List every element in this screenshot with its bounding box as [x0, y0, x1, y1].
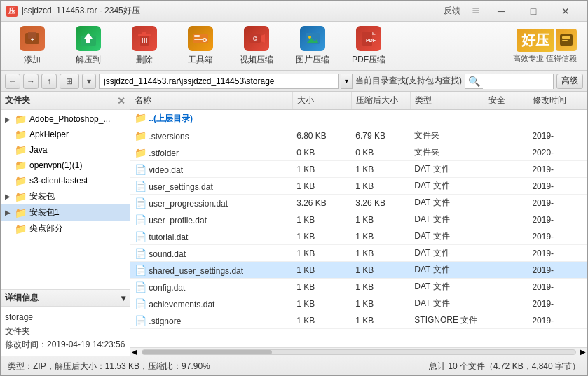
advanced-button[interactable]: 高级	[556, 74, 583, 89]
tree-item-label: 安装包1	[29, 207, 60, 218]
tree-item-apkhelper[interactable]: 📁 ApkHelper	[1, 127, 130, 142]
scroll-right-btn[interactable]: ▶	[579, 348, 587, 356]
scroll-container[interactable]: 名称 大小 压缩后大小 类型 安全 修改时间 📁 ..(上层目录) 📁	[130, 92, 587, 347]
feedback-link[interactable]: 反馈	[444, 5, 460, 17]
table-row[interactable]: 📄 user_progression.dat 3.26 KB 3.26 KB D…	[130, 195, 587, 211]
svg-rect-13	[194, 35, 200, 37]
address-input[interactable]	[99, 74, 339, 89]
table-row[interactable]: 📄 sound.dat 1 KB 1 KB DAT 文件 2019-	[130, 245, 587, 262]
tree-item-adobe[interactable]: ▶ 📁 Adobe_Photoshop_...	[1, 111, 130, 127]
close-button[interactable]: ✕	[549, 1, 582, 22]
delete-button[interactable]: 删除	[120, 25, 169, 67]
col-header-size[interactable]: 大小	[292, 92, 351, 110]
detail-panel-toggle: ▾	[121, 293, 125, 303]
cell-date: 2019-	[528, 295, 587, 312]
extract-label: 解压到	[76, 54, 101, 66]
svg-text:PDF: PDF	[366, 38, 376, 43]
tree-item-openvpn[interactable]: 📁 openvpn(1)(1)	[1, 158, 130, 173]
cell-compressed: 1 KB	[351, 312, 410, 329]
cell-type: DAT 文件	[410, 262, 484, 279]
table-row[interactable]: 📄 .stignore 1 KB 1 KB STIGNORE 文件 2019-	[130, 312, 587, 329]
table-row[interactable]: 📁 .stfolder 0 KB 0 KB 文件夹 2020-	[130, 144, 587, 161]
cell-type: DAT 文件	[410, 245, 484, 262]
detail-panel: 详细信息 ▾ storage 文件夹 修改时间：2019-04-19 14:23…	[1, 289, 130, 356]
forward-button[interactable]: →	[23, 74, 39, 89]
table-row[interactable]: 📁 ..(上层目录)	[130, 110, 587, 127]
cell-compressed: 1 KB	[351, 178, 410, 195]
dropdown-button[interactable]: ▾	[82, 74, 96, 89]
cell-name: 📁 .stversions	[130, 127, 292, 144]
detail-content: storage 文件夹 修改时间：2019-04-19 14:23:56	[1, 307, 130, 356]
detail-type: 文件夹	[5, 325, 125, 338]
col-header-name[interactable]: 名称	[130, 92, 292, 110]
tools-button[interactable]: 工具箱	[176, 25, 225, 67]
cell-name: 📄 user_profile.dat	[130, 211, 292, 228]
cell-type: DAT 文件	[410, 228, 484, 245]
maximize-button[interactable]: □	[517, 1, 549, 22]
scroll-left-btn[interactable]: ◀	[130, 348, 139, 356]
tree-item-java[interactable]: 📁 Java	[1, 142, 130, 158]
table-row[interactable]: 📄 achievements.dat 1 KB 1 KB DAT 文件 2019…	[130, 295, 587, 312]
cell-compressed: 6.79 KB	[351, 127, 410, 144]
cell-date: 2020-	[528, 144, 587, 161]
cell-safety	[484, 144, 528, 161]
cell-compressed: 3.26 KB	[351, 195, 410, 211]
view-button[interactable]: ⊞	[60, 74, 79, 89]
table-row[interactable]: 📄 user_settings.dat 1 KB 1 KB DAT 文件 201…	[130, 178, 587, 195]
sidebar-close-button[interactable]: ✕	[117, 95, 125, 106]
video-compress-button[interactable]: 视频压缩	[232, 25, 281, 67]
cell-size: 1 KB	[292, 161, 351, 178]
cell-safety	[484, 127, 528, 144]
detail-panel-header[interactable]: 详细信息 ▾	[1, 290, 130, 307]
extract-button[interactable]: 解压到	[64, 25, 113, 67]
toolbar: + 添加 解压到 删除	[1, 22, 587, 71]
cell-name: 📄 .stignore	[130, 312, 292, 329]
detail-modify-time: 修改时间：2019-04-19 14:23:56	[5, 338, 125, 351]
back-button[interactable]: ←	[5, 74, 20, 89]
svg-point-16	[204, 39, 206, 41]
cell-name: 📄 video.dat	[130, 161, 292, 178]
image-compress-button[interactable]: 图片压缩	[288, 25, 337, 67]
cell-size: 1 KB	[292, 178, 351, 195]
tree-item-install[interactable]: ▶ 📁 安装包	[1, 188, 130, 204]
cell-size: 1 KB	[292, 211, 351, 228]
cell-safety	[484, 262, 528, 279]
image-compress-label: 图片压缩	[296, 54, 329, 66]
horizontal-scrollbar[interactable]: ◀ ▶	[130, 347, 587, 356]
table-row[interactable]: 📄 video.dat 1 KB 1 KB DAT 文件 2019-	[130, 161, 587, 178]
add-button[interactable]: + 添加	[8, 25, 57, 67]
file-table: 名称 大小 压缩后大小 类型 安全 修改时间 📁 ..(上层目录) 📁	[130, 92, 587, 329]
table-row[interactable]: 📄 config.dat 1 KB 1 KB DAT 文件 2019-	[130, 279, 587, 295]
cell-size	[292, 110, 351, 127]
app-icon: 压	[6, 6, 18, 17]
detail-panel-title: 详细信息	[5, 292, 39, 304]
cell-size: 1 KB	[292, 262, 351, 279]
status-bar: 类型：ZIP，解压后大小：11.53 KB，压缩比：97.90% 总计 10 个…	[1, 356, 587, 376]
table-row[interactable]: 📁 .stversions 6.80 KB 6.79 KB 文件夹 2019-	[130, 127, 587, 144]
cell-name: 📁 .stfolder	[130, 144, 292, 161]
folder-icon: 📁	[15, 113, 27, 125]
tree-item-jiandianbf[interactable]: 📁 尖点部分	[1, 221, 130, 237]
search-input[interactable]	[483, 74, 553, 89]
scroll-track[interactable]	[142, 349, 576, 355]
col-header-compressed[interactable]: 压缩后大小	[351, 92, 410, 110]
svg-rect-14	[194, 39, 204, 40]
table-row[interactable]: 📄 shared_user_settings.dat 1 KB 1 KB DAT…	[130, 262, 587, 279]
pdf-compress-button[interactable]: PDF PDF压缩	[344, 25, 393, 67]
sidebar-tree: ▶ 📁 Adobe_Photoshop_... 📁 ApkHelper 📁 Ja…	[1, 110, 130, 289]
minimize-button[interactable]: ─	[485, 1, 517, 22]
scroll-thumb[interactable]	[142, 350, 272, 354]
tree-item-install1[interactable]: ▶ 📁 安装包1	[1, 204, 130, 221]
col-header-type[interactable]: 类型	[410, 92, 484, 110]
cell-date: 2019-	[528, 127, 587, 144]
col-header-safety[interactable]: 安全	[484, 92, 528, 110]
table-row[interactable]: 📄 user_profile.dat 1 KB 1 KB DAT 文件 2019…	[130, 211, 587, 228]
svg-text:+: +	[31, 36, 34, 43]
cell-type	[410, 110, 484, 127]
address-dropdown-button[interactable]: ▾	[341, 74, 353, 89]
up-button[interactable]: ↑	[41, 74, 57, 89]
col-header-date[interactable]: 修改时间	[528, 92, 587, 110]
menu-icon[interactable]: ≡	[466, 4, 485, 18]
tree-item-s3client[interactable]: 📁 s3-client-lastest	[1, 173, 130, 188]
table-row[interactable]: 📄 tutorial.dat 1 KB 1 KB DAT 文件 2019-	[130, 228, 587, 245]
